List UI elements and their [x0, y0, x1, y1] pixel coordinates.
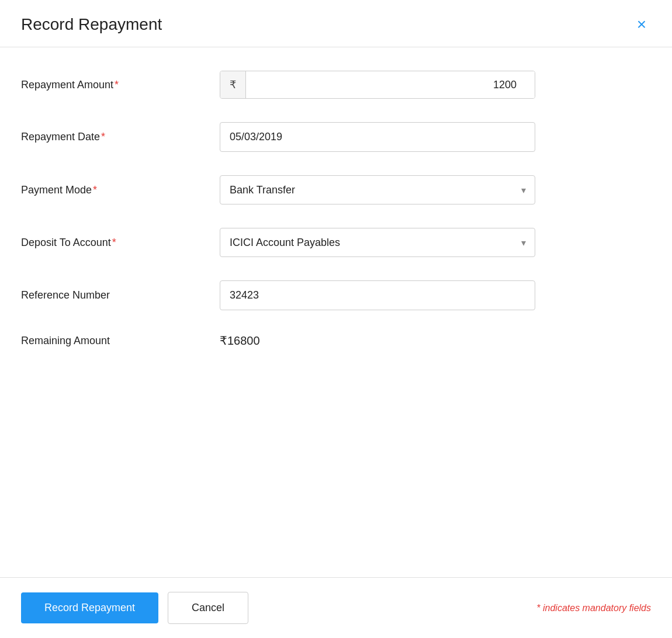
reference-number-wrapper — [220, 280, 535, 310]
repayment-amount-row: Repayment Amount* ₹ — [21, 71, 651, 99]
payment-mode-wrapper: Bank Transfer Cash Cheque Online ▾ — [220, 175, 535, 204]
amount-input-group: ₹ — [220, 71, 535, 99]
repayment-date-input[interactable] — [220, 122, 535, 152]
deposit-account-row: Deposit To Account* ICICI Account Payabl… — [21, 228, 651, 257]
deposit-account-select[interactable]: ICICI Account Payables HDFC Account SBI … — [220, 228, 535, 257]
repayment-amount-label: Repayment Amount* — [21, 79, 220, 91]
cancel-button[interactable]: Cancel — [168, 592, 248, 624]
payment-mode-select-wrapper: Bank Transfer Cash Cheque Online ▾ — [220, 175, 535, 204]
repayment-amount-wrapper: ₹ — [220, 71, 535, 99]
repayment-amount-input[interactable] — [246, 71, 535, 98]
remaining-amount-wrapper: ₹16800 — [220, 334, 535, 348]
payment-mode-select[interactable]: Bank Transfer Cash Cheque Online — [220, 175, 535, 204]
currency-symbol: ₹ — [220, 71, 246, 98]
modal-title: Record Repayment — [21, 15, 162, 34]
remaining-amount-value: ₹16800 — [220, 334, 260, 347]
repayment-date-label: Repayment Date* — [21, 131, 220, 143]
required-star: * — [115, 79, 119, 91]
reference-number-input[interactable] — [220, 280, 535, 310]
payment-mode-label: Payment Mode* — [21, 184, 220, 196]
mandatory-note: * indicates mandatory fields — [536, 603, 651, 613]
deposit-account-select-wrapper: ICICI Account Payables HDFC Account SBI … — [220, 228, 535, 257]
close-button[interactable]: × — [632, 14, 651, 35]
record-repayment-modal: Record Repayment × Repayment Amount* ₹ R… — [0, 0, 672, 638]
reference-number-row: Reference Number — [21, 280, 651, 310]
remaining-amount-row: Remaining Amount ₹16800 — [21, 334, 651, 348]
deposit-account-label: Deposit To Account* — [21, 237, 220, 249]
remaining-amount-label: Remaining Amount — [21, 335, 220, 347]
deposit-account-wrapper: ICICI Account Payables HDFC Account SBI … — [220, 228, 535, 257]
required-star: * — [101, 131, 105, 143]
required-star: * — [93, 184, 97, 196]
modal-header: Record Repayment × — [0, 0, 672, 47]
repayment-date-wrapper — [220, 122, 535, 152]
modal-body: Repayment Amount* ₹ Repayment Date* Paym… — [0, 47, 672, 577]
required-star: * — [112, 237, 116, 248]
modal-footer: Record Repayment Cancel * indicates mand… — [0, 577, 672, 638]
reference-number-label: Reference Number — [21, 289, 220, 301]
record-repayment-button[interactable]: Record Repayment — [21, 592, 158, 623]
repayment-date-row: Repayment Date* — [21, 122, 651, 152]
payment-mode-row: Payment Mode* Bank Transfer Cash Cheque … — [21, 175, 651, 204]
